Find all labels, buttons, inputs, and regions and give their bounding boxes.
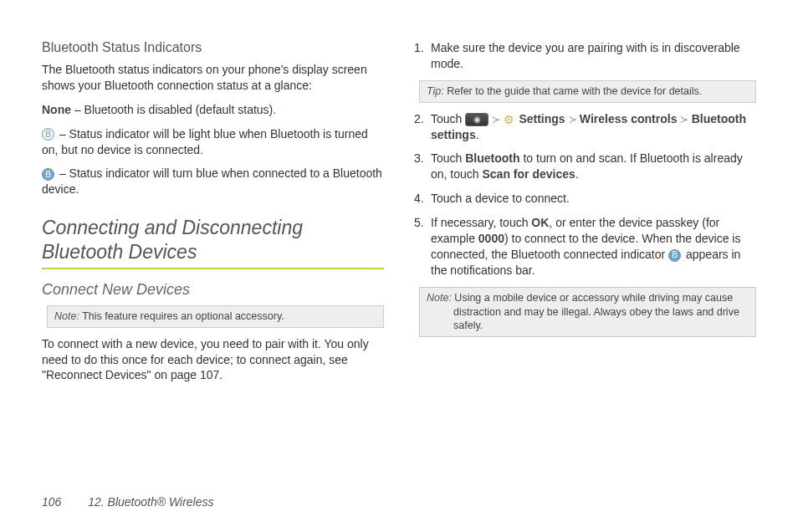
page-number: 106: [42, 495, 61, 509]
steps-list-cont: Touch ◉ ≻ ⚙ Settings ≻ Wireless controls…: [414, 111, 756, 279]
menu-icon: ◉: [465, 113, 489, 126]
step2-wireless: Wireless controls: [580, 112, 678, 125]
status-none-line: None – Bluetooth is disabled (default st…: [42, 102, 384, 118]
steps-list: Make sure the device you are pairing wit…: [414, 40, 756, 72]
none-desc: – Bluetooth is disabled (default status)…: [71, 103, 276, 116]
arrow-icon: ≻: [492, 114, 503, 125]
page-footer: 106 12. Bluetooth® Wireless: [42, 495, 214, 509]
note-callout-accessory: Note: This feature requires an optional …: [47, 305, 384, 328]
none-label: None: [42, 103, 71, 116]
step-3: Touch Bluetooth to turn on and scan. If …: [414, 151, 756, 182]
status-on-line: B – Status indicator will turn blue when…: [42, 166, 384, 197]
on-desc: – Status indicator will turn blue when c…: [42, 166, 382, 196]
light-desc: – Status indicator will be light blue wh…: [42, 127, 368, 156]
intro-paragraph: The Bluetooth status indicators on your …: [42, 62, 384, 94]
step5-a: If necessary, touch: [431, 216, 531, 229]
step-5: If necessary, touch OK, or enter the dev…: [414, 215, 756, 279]
page-columns: Bluetooth Status Indicators The Bluetoot…: [42, 40, 756, 458]
arrow-icon: ≻: [569, 114, 580, 125]
step3-a: Touch: [431, 151, 465, 165]
bluetooth-on-icon: B: [42, 168, 54, 181]
note-callout-driving: Note: Using a mobile device or accessory…: [419, 287, 756, 338]
right-column: Make sure the device you are pairing wit…: [414, 40, 756, 458]
note2-text: Using a mobile device or accessory while…: [452, 292, 739, 332]
tip-text: Refer to the guide that came with the de…: [444, 85, 703, 97]
tip-callout: Tip: Refer to the guide that came with t…: [419, 80, 756, 103]
section-title: Connecting and Disconnecting Bluetooth D…: [42, 216, 384, 269]
step2-touch: Touch: [431, 112, 465, 125]
step5-0000: 0000: [478, 232, 504, 245]
step-1: Make sure the device you are pairing wit…: [414, 40, 756, 72]
note-text: This feature requires an optional access…: [79, 310, 284, 322]
step2-settings: Settings: [519, 112, 565, 125]
step3-bluetooth: Bluetooth: [465, 151, 519, 165]
status-light-line: B – Status indicator will be light blue …: [42, 126, 384, 158]
step-2: Touch ◉ ≻ ⚙ Settings ≻ Wireless controls…: [414, 111, 756, 143]
arrow-icon: ≻: [680, 114, 691, 125]
note2-label: Note:: [427, 292, 452, 304]
subheading-connect-new: Connect New Devices: [42, 281, 384, 299]
bluetooth-light-icon: B: [42, 128, 54, 141]
left-column: Bluetooth Status Indicators The Bluetoot…: [42, 40, 384, 458]
note-label: Note:: [54, 310, 79, 322]
step5-ok: OK: [531, 216, 549, 229]
subsection-heading: Bluetooth Status Indicators: [42, 40, 384, 55]
bluetooth-connected-icon: B: [668, 249, 681, 262]
chapter-title: 12. Bluetooth® Wireless: [88, 495, 213, 509]
pair-paragraph: To connect with a new device, you need t…: [42, 336, 384, 384]
step3-scan: Scan for devices: [483, 167, 575, 181]
step-4: Touch a device to connect.: [414, 191, 756, 207]
tip-label: Tip:: [427, 85, 444, 97]
gear-icon: ⚙: [503, 113, 515, 125]
